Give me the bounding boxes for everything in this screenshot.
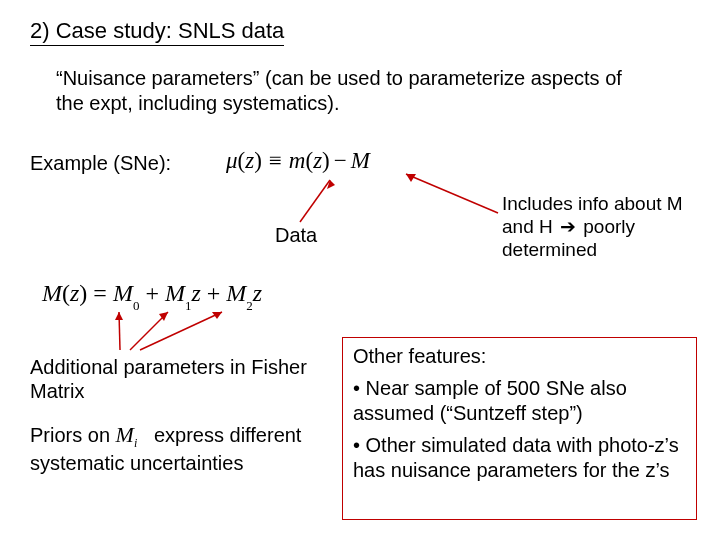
features-bullet-2: • Other simulated data with photo-z’s ha… [353,433,686,482]
additional-params-note: Additional parameters in Fisher Matrix [30,355,330,404]
priors-prefix: Priors on [30,424,116,446]
features-heading: Other features: [353,344,686,368]
other-features-box: Other features: • Near sample of 500 SNe… [342,337,697,520]
priors-note: Priors on Mi express different systemati… [30,422,330,475]
features-bullet-1: • Near sample of 500 SNe also assumed (“… [353,376,686,425]
priors-symbol: Mi [116,422,138,447]
svg-line-4 [140,312,222,350]
